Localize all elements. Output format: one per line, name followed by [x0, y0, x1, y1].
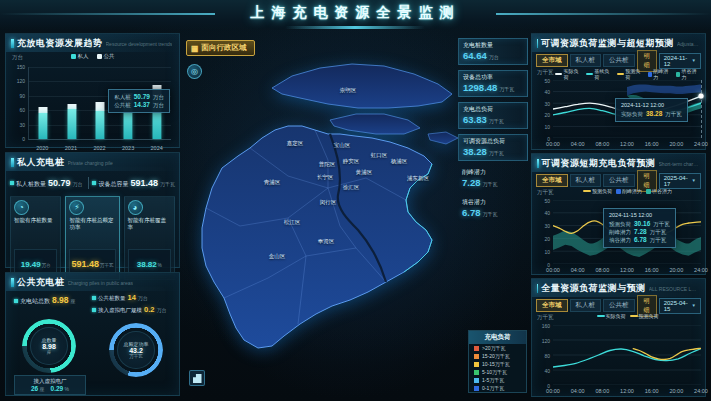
tooltip-label: 削峰潜力: [609, 228, 631, 236]
panel-subtitle-text: Charging piles in public areas: [68, 280, 134, 286]
district-label-长宁区: 长宁区: [317, 174, 334, 181]
hover-guideline: [701, 80, 702, 138]
legend-swatch-icon: [474, 370, 479, 375]
legend-label: 削峰潜力: [622, 188, 642, 194]
tab-全市域[interactable]: 全市域: [536, 54, 568, 67]
legend-item-削峰潜力[interactable]: 削峰潜力: [648, 68, 672, 80]
bar-segment-public: [96, 102, 105, 112]
date-select[interactable]: 2025-04-17▼: [659, 173, 701, 189]
shanghai-map-area: ▦ 面向行政区域 ◎ 崇明区嘉定区宝山区普陀区静安区虹口区杨浦区长宁区黄浦区徐汇…: [180, 30, 531, 401]
legend-item-填谷潜力[interactable]: 填谷潜力: [676, 68, 700, 80]
chart-legend: 实际负荷基线负荷预测负荷削峰潜力填谷潜力: [555, 68, 700, 80]
chart-tooltip: 2024-11-15 12:00预测负荷30.16万千瓦削峰潜力7.28万千瓦填…: [603, 208, 676, 248]
stat-unit: 万千瓦: [489, 118, 504, 124]
tab-私人桩[interactable]: 私人桩: [570, 299, 602, 312]
city-view-button[interactable]: [189, 370, 205, 386]
legend-label: 公共: [104, 53, 115, 60]
map-tool-icon[interactable]: ◎: [187, 64, 202, 79]
load-legend-item: 5-10万千瓦: [469, 368, 526, 376]
legend-item-填谷潜力[interactable]: 填谷潜力: [646, 188, 672, 194]
map-stat-4: 削峰潜力7.28万千瓦: [458, 166, 528, 191]
smart-pile-card-1: ⚡智能有序桩总额定功率591.48万千瓦: [65, 196, 119, 280]
stat-value-row: 6.78万千瓦: [462, 207, 524, 218]
tab-私人桩[interactable]: 私人桩: [570, 174, 602, 187]
tooltip-value: 14.37: [134, 101, 150, 109]
trend-chart-legend: 私人公共: [12, 53, 173, 60]
legend-item-削峰潜力[interactable]: 削峰潜力: [616, 188, 642, 194]
y-tick-label: 40: [537, 210, 550, 216]
chevron-down-icon: ▼: [692, 58, 696, 63]
date-select[interactable]: 2024-11-12▼: [659, 53, 701, 69]
legend-label: 1-5万千瓦: [482, 377, 504, 383]
stat-value: 14: [128, 293, 136, 302]
card-unit: 万台: [42, 263, 51, 268]
panel-title-text: 充放电资源发展趋势: [17, 37, 103, 50]
x-tick-label: 08:00: [595, 141, 609, 147]
smart-pile-card-0: ◔智能有序桩数量19.49万台: [10, 196, 61, 280]
y-tick-label: 0: [12, 136, 25, 142]
x-tick-label: 24:00: [694, 267, 708, 273]
tooltip-label: 预测负荷: [609, 220, 631, 228]
stat-bullet-icon: [10, 181, 14, 185]
legend-swatch-icon: [474, 354, 479, 359]
series-实际负荷: [553, 349, 701, 367]
date-select[interactable]: 2025-04-15▼: [659, 298, 701, 314]
bar-segment-private: [39, 113, 48, 139]
region-mode-button[interactable]: ▦ 面向行政区域: [186, 40, 255, 56]
stat-unit: 万千瓦: [483, 181, 498, 187]
dashboard-root: 上海充电资源全景监测 充放电资源发展趋势 Resource developmen…: [0, 0, 711, 401]
tab-全市域[interactable]: 全市域: [536, 174, 568, 187]
tooltip-label: 填谷潜力: [609, 236, 631, 244]
map-stat-2: 充电总负荷63.83万千瓦: [458, 102, 528, 129]
legend-item-预测负荷[interactable]: 预测负荷: [583, 188, 612, 194]
panel-title: 充放电资源发展趋势 Resource development trends: [6, 34, 179, 52]
legend-item-公共[interactable]: 公共: [97, 53, 115, 60]
region-grid-icon: ▦: [191, 44, 199, 53]
tab-公共桩[interactable]: 公共桩: [603, 174, 635, 187]
tooltip-value: 7.28: [634, 228, 647, 236]
tab-全市域[interactable]: 全市域: [536, 299, 568, 312]
y-tick-label: 60: [12, 107, 25, 113]
vpp-values: 26 座 0.29 %: [19, 385, 81, 392]
legend-items: >20万千瓦15-20万千瓦10-15万千瓦5-10万千瓦1-5万千瓦0-1万千…: [469, 344, 526, 392]
stat-value: 38.28: [463, 146, 487, 157]
legend-label: 预测负荷: [625, 68, 644, 80]
x-tick-label: 2024: [151, 145, 163, 151]
tab-公共桩[interactable]: 公共桩: [603, 54, 635, 67]
line-chart[interactable]: [553, 325, 701, 385]
legend-item-实际负荷[interactable]: 实际负荷: [555, 68, 582, 80]
stat-unit: 万千瓦: [483, 211, 498, 217]
bar-2021: [67, 104, 76, 139]
legend-item-预测负荷[interactable]: 预测负荷: [617, 68, 644, 80]
tooltip-unit: 万千瓦: [665, 110, 682, 118]
legend-item-基线负荷[interactable]: 基线负荷: [586, 68, 613, 80]
legend-item-实际负荷[interactable]: 实际负荷: [597, 313, 626, 319]
stat-value-row: 38.28万千瓦: [463, 146, 523, 157]
load-legend-item: 1-5万千瓦: [469, 376, 526, 384]
x-tick-label: 24:00: [694, 141, 708, 147]
stat-unit: 万台: [489, 54, 499, 60]
panel-private-piles: 私人充电桩 Private charging pile 私人桩数量50.79万台…: [5, 152, 180, 268]
stat-label: 充电站总数: [20, 297, 50, 306]
date-value: 2024-11-12: [664, 55, 689, 67]
y-tick-label: 10: [537, 249, 550, 255]
y-tick-label: 90: [12, 93, 25, 99]
tab-公共桩[interactable]: 公共桩: [603, 299, 635, 312]
district-label-静安区: 静安区: [343, 158, 360, 165]
vpp-label: 接入虚拟电厂: [19, 378, 81, 385]
date-value: 2025-04-17: [664, 175, 689, 187]
panel-title-text: 可调资源短期充电负荷预测: [542, 157, 656, 170]
donut-value: 43.2: [129, 347, 143, 354]
donut-unit: 座: [47, 350, 52, 355]
public-panel-body: 充电站总数 8.98 座 公共桩数量14万台接入虚拟电厂规模0.2万台 总数量 …: [6, 291, 179, 397]
legend-item-预测负荷[interactable]: 预测负荷: [630, 313, 659, 319]
private-stat-0: 私人桩数量50.79万台: [10, 178, 85, 189]
tooltip-value: 50.79: [134, 93, 150, 101]
date-value: 2025-04-15: [664, 300, 689, 312]
legend-item-私人[interactable]: 私人: [71, 53, 89, 60]
x-tick-label: 12:00: [620, 388, 634, 394]
card-value: 591.48: [71, 259, 99, 269]
stat-label: 削峰潜力: [462, 168, 524, 177]
tab-私人桩[interactable]: 私人桩: [570, 54, 602, 67]
load-legend-item: 15-20万千瓦: [469, 352, 526, 360]
